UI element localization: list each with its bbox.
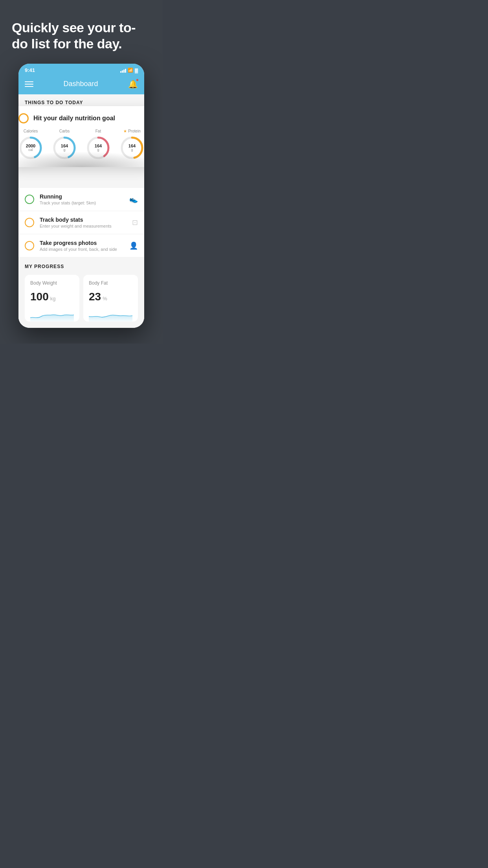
carbs-donut: 164 g [52,136,77,160]
fat-label: Fat [95,129,101,133]
hero-title: Quickly see your to-do list for the day. [12,20,151,52]
status-icons: 📶 ▓ [120,68,138,73]
protein-star-icon: ★ [123,129,127,133]
protein-donut: 164 g [120,136,144,160]
menu-button[interactable] [25,81,33,87]
body-fat-chart [89,308,132,322]
running-text: Running Track your stats (target: 5km) [40,193,124,205]
calories-value: 2000 cal [26,143,35,152]
nutrition-card-header: Hit your daily nutrition goal [18,113,144,123]
progress-section-title: MY PROGRESS [25,264,138,269]
running-check-circle[interactable] [25,195,34,204]
running-subtitle: Track your stats (target: 5km) [40,200,124,205]
person-icon: 👤 [129,241,138,250]
my-progress-section: MY PROGRESS Body Weight 100 kg [18,257,144,328]
notifications-button[interactable]: 🔔 [128,79,138,89]
body-weight-value-row: 100 kg [30,291,74,303]
body-fat-value: 23 [89,291,101,303]
battery-icon: ▓ [135,68,138,73]
photos-check-circle[interactable] [25,241,34,250]
nutrition-card-title: Hit your daily nutrition goal [33,115,115,122]
body-stats-subtitle: Enter your weight and measurements [40,224,127,228]
app-body: THINGS TO DO TODAY Hit your daily nutrit… [18,94,144,328]
progress-cards: Body Weight 100 kg [25,275,138,322]
status-bar: 9:41 📶 ▓ [18,64,144,75]
things-section-title: THINGS TO DO TODAY [25,100,138,105]
todo-running[interactable]: Running Track your stats (target: 5km) 👟 [18,188,144,211]
fat-donut: 164 g [86,136,110,160]
goal-carbs: Carbs 164 g [52,129,77,160]
app-header: Dashboard 🔔 [18,75,144,94]
calories-donut: 2000 cal [18,136,43,160]
header-title: Dashboard [63,80,98,88]
nutrition-goals: Calories 2000 cal [18,129,144,160]
notification-badge [136,79,139,81]
goal-calories: Calories 2000 cal [18,129,43,160]
goal-protein: ★ Protein 164 g [120,129,144,160]
scale-icon: ⊡ [132,218,138,227]
fat-value: 164 g [95,143,102,152]
carbs-label: Carbs [59,129,70,133]
wifi-icon: 📶 [128,68,133,73]
body-fat-title: Body Fat [89,280,132,286]
status-time: 9:41 [25,67,35,73]
photos-subtitle: Add images of your front, back, and side [40,247,124,252]
photos-text: Take progress photos Add images of your … [40,240,124,252]
body-weight-title: Body Weight [30,280,74,286]
carbs-value: 164 g [61,143,68,152]
nutrition-check-circle[interactable] [18,113,29,123]
goal-fat: Fat 164 g [86,129,110,160]
running-title: Running [40,193,124,200]
body-weight-card[interactable]: Body Weight 100 kg [25,275,79,322]
body-fat-unit: % [103,296,107,302]
body-fat-card[interactable]: Body Fat 23 % [83,275,138,322]
body-stats-text: Track body stats Enter your weight and m… [40,217,127,228]
body-fat-value-row: 23 % [89,291,132,303]
phone-mockup: 9:41 📶 ▓ Dashboard 🔔 [18,64,144,328]
todo-list: Running Track your stats (target: 5km) 👟… [18,188,144,257]
body-stats-title: Track body stats [40,217,127,223]
photos-title: Take progress photos [40,240,124,246]
todo-body-stats[interactable]: Track body stats Enter your weight and m… [18,211,144,234]
protein-value: 164 g [128,143,136,152]
nutrition-card: Hit your daily nutrition goal Calories [18,106,144,167]
protein-label: ★ Protein [123,129,141,133]
body-weight-unit: kg [50,296,56,302]
todo-progress-photos[interactable]: Take progress photos Add images of your … [18,234,144,257]
calories-label: Calories [24,129,38,133]
body-stats-check-circle[interactable] [25,218,34,227]
hero-section: Quickly see your to-do list for the day. [0,0,163,64]
body-weight-value: 100 [30,291,49,303]
signal-icon [120,68,126,73]
body-weight-chart [30,308,74,322]
running-shoe-icon: 👟 [129,195,138,204]
